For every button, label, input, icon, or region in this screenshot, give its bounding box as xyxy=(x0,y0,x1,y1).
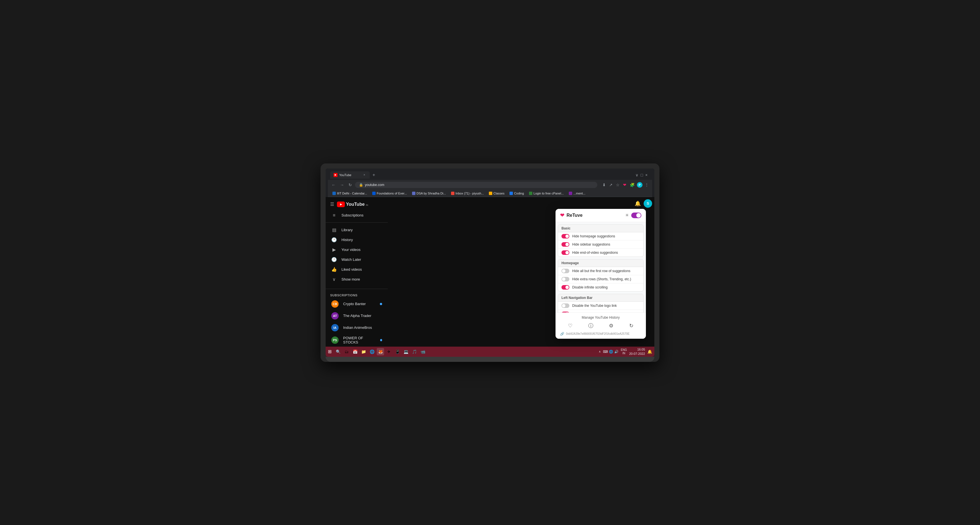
label-disable-infinite-scroll: Disable infinite scrolling xyxy=(572,285,608,289)
download-icon[interactable]: ⬇ xyxy=(601,181,607,188)
toggle-disable-logo-link[interactable] xyxy=(562,303,570,308)
start-button[interactable]: ⊞ xyxy=(328,349,332,354)
yt-logo-country: IN xyxy=(366,204,368,206)
bookmark-iit[interactable]: IIIT Delhi - Calendar... xyxy=(330,191,369,196)
toggle-hide-all-but-first[interactable] xyxy=(562,269,570,273)
taskbar-vscode-icon[interactable]: 💻 xyxy=(402,348,409,355)
forward-button[interactable]: → xyxy=(339,182,345,188)
active-tab[interactable]: ▶ YouTube × xyxy=(330,171,370,179)
bookmark-icon[interactable]: ☆ xyxy=(615,181,621,188)
taskbar-notification-icon[interactable]: 🔔 xyxy=(647,349,652,354)
taskbar-folder-icon[interactable]: 📁 xyxy=(360,348,367,355)
bookmark-coursera[interactable]: Foundations of Ever... xyxy=(370,191,409,196)
yt-logo[interactable]: YouTube IN xyxy=(337,201,368,207)
taskbar-time-date: 16:05 20-07-2022 xyxy=(629,347,645,356)
toggle-hide-home-btn[interactable] xyxy=(562,312,570,312)
alpha-trader-avatar: AT xyxy=(331,312,339,319)
bookmark-login[interactable]: Login to free cPanel... xyxy=(527,191,566,196)
retuve-item-hide-home-btn: Hide home button xyxy=(558,310,643,312)
new-tab-button[interactable]: + xyxy=(370,171,377,179)
profile-icon[interactable]: P xyxy=(637,182,643,188)
taskbar-browser-icon[interactable]: 🌐 xyxy=(368,348,375,355)
reload-button[interactable]: ↻ xyxy=(347,182,353,188)
indian-animebros-label: Indian AnimeBros xyxy=(343,325,372,330)
sidebar-item-history[interactable]: 🕐 History xyxy=(327,235,387,245)
bookmark-label-dsa: DSA by Shradha Di... xyxy=(417,192,446,195)
bookmark-label-dev: ...ment... xyxy=(573,192,585,195)
retuve-section-homepage: Homepage Hide all but the first row of s… xyxy=(558,259,644,292)
extensions-icon[interactable]: 🧩 xyxy=(629,181,636,188)
browser-header: ▶ YouTube × + ∨ □ × xyxy=(328,170,652,180)
sys-tray-expand[interactable]: ∧ xyxy=(599,350,601,353)
toggle-hide-sidebar[interactable] xyxy=(562,242,570,247)
section-title-basic: Basic xyxy=(558,225,643,232)
sidebar-item-your-videos[interactable]: ▶ Your videos xyxy=(327,245,387,255)
yt-topbar-right: 🔔 S xyxy=(635,199,652,208)
menu-icon[interactable]: ⋮ xyxy=(644,181,650,188)
tab-close-button[interactable]: × xyxy=(362,173,366,177)
close-icon[interactable]: × xyxy=(645,173,648,177)
youtube-sidebar: ☰ YouTube IN ≡ Subscriptions xyxy=(326,197,388,347)
bell-icon[interactable]: 🔔 xyxy=(635,200,641,206)
toggle-hide-extra-rows[interactable] xyxy=(562,277,570,281)
laptop-base xyxy=(326,357,654,362)
sidebar-item-crypto-banter[interactable]: CB Crypto Banter xyxy=(327,298,387,310)
library-icon: ▤ xyxy=(331,227,337,233)
info-footer-icon[interactable]: ⓘ xyxy=(588,322,593,329)
retuve-section-basic: Basic Hide homepage suggestions Hide sid… xyxy=(558,224,644,257)
taskbar-firefox-icon[interactable]: 🦊 xyxy=(377,348,384,355)
bookmark-favicon-coding xyxy=(509,192,513,195)
laptop-container: ▶ YouTube × + ∨ □ × ← → ↻ 🔒 y xyxy=(321,163,659,362)
address-bar[interactable]: 🔒 youtube.com xyxy=(355,182,597,188)
hamburger-menu-icon[interactable]: ☰ xyxy=(330,201,334,207)
bookmark-coding[interactable]: Coding xyxy=(507,191,526,196)
sidebar-item-subscriptions[interactable]: ≡ Subscriptions xyxy=(327,211,387,220)
retuve-header-icons: ☀ xyxy=(625,213,641,218)
toggle-hide-homepage[interactable] xyxy=(562,234,570,238)
laptop-screen: ▶ YouTube × + ∨ □ × ← → ↻ 🔒 y xyxy=(326,168,654,357)
bookmark-classes[interactable]: Classes xyxy=(487,191,507,196)
settings-footer-icon[interactable]: ⚙ xyxy=(609,323,613,329)
user-avatar[interactable]: S xyxy=(644,199,652,208)
retuve-main-toggle[interactable] xyxy=(631,213,641,218)
refresh-footer-icon[interactable]: ↻ xyxy=(629,323,633,329)
heart-extension-icon[interactable]: ❤ xyxy=(622,181,628,188)
taskbar-telegram-icon[interactable]: ✈ xyxy=(385,348,393,355)
taskbar-video-icon[interactable]: 📹 xyxy=(419,348,426,355)
sidebar-item-library[interactable]: ▤ Library xyxy=(327,225,387,235)
minimize-icon[interactable]: ∨ xyxy=(635,173,638,177)
taskbar-whatsapp-icon[interactable]: 📱 xyxy=(394,348,401,355)
taskbar-files-icon[interactable]: 🗂 xyxy=(343,348,350,355)
address-text: youtube.com xyxy=(365,183,384,187)
sun-icon[interactable]: ☀ xyxy=(625,213,629,218)
share-icon[interactable]: ↗ xyxy=(608,181,614,188)
manage-history-link[interactable]: Manage YouTube History xyxy=(560,316,641,319)
bookmark-dsa[interactable]: DSA by Shradha Di... xyxy=(410,191,448,196)
taskbar-music-icon[interactable]: 🎵 xyxy=(410,348,418,355)
back-button[interactable]: ← xyxy=(330,182,337,188)
sidebar-label-liked-videos: Liked videos xyxy=(342,267,362,271)
bookmarks-bar: IIIT Delhi - Calendar... Foundations of … xyxy=(328,190,652,197)
sidebar-nav-section: ≡ Subscriptions ▤ Library 🕐 History ▶ xyxy=(326,211,388,287)
retuve-logo: ❤ ReTuve xyxy=(560,212,582,219)
taskbar-calendar-icon[interactable]: 📅 xyxy=(351,348,359,355)
wallet-address-text: 0xb92A39e7e866691f67f19dF2f1fcdb901eA257… xyxy=(566,332,630,335)
sidebar-item-indian-animebros[interactable]: IA Indian AnimeBros xyxy=(327,322,387,334)
retuve-footer: Manage YouTube History ♡ ⓘ ⚙ ↻ 🔗 0xb92A3… xyxy=(555,312,646,339)
crypto-banter-dot xyxy=(380,303,382,305)
sidebar-item-alpha-trader[interactable]: AT The Alpha Trader xyxy=(327,310,387,322)
retuve-item-hide-all-but-first: Hide all but the first row of suggestion… xyxy=(558,267,643,275)
bookmark-dev[interactable]: ...ment... xyxy=(566,191,588,196)
yt-logo-text-wrapper: YouTube IN xyxy=(346,202,368,207)
taskbar-search-icon[interactable]: 🔍 xyxy=(334,348,342,355)
sidebar-item-power-of-stocks[interactable]: PS POWER OF STOCKS xyxy=(327,334,387,347)
bookmark-gmail[interactable]: Inbox (71) - piyush... xyxy=(449,191,486,196)
sidebar-item-show-more[interactable]: ∨ Show more xyxy=(327,274,387,284)
retuve-title: ReTuve xyxy=(566,213,582,218)
maximize-icon[interactable]: □ xyxy=(641,173,643,177)
toggle-hide-endvideo[interactable] xyxy=(562,251,570,255)
sidebar-item-watch-later[interactable]: 🕐 Watch Later xyxy=(327,255,387,265)
sidebar-item-liked-videos[interactable]: 👍 Liked videos xyxy=(327,265,387,274)
heart-footer-icon[interactable]: ♡ xyxy=(568,323,573,329)
toggle-disable-infinite-scroll[interactable] xyxy=(562,285,570,290)
